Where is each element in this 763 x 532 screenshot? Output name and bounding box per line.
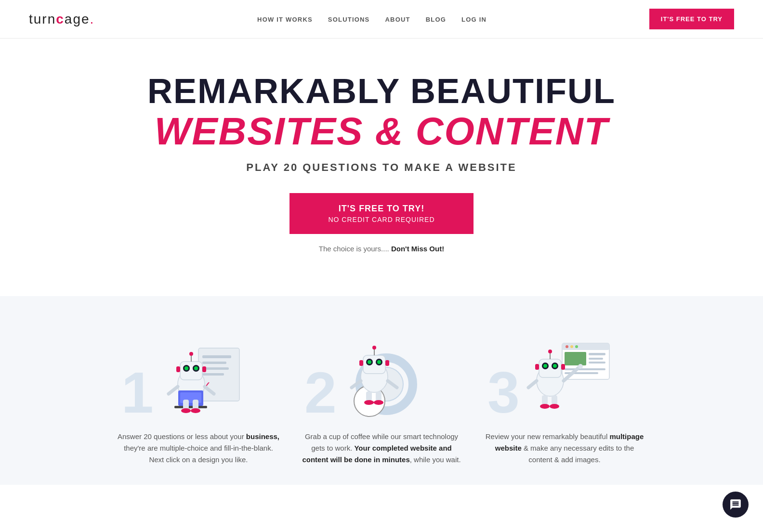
svg-rect-56 (589, 362, 605, 363)
svg-point-47 (374, 400, 383, 405)
step-3-text: Review your new remarkably beautiful mul… (483, 431, 646, 466)
hero-cta-button[interactable]: IT'S FREE TO TRY! NO CREDIT CARD REQUIRE… (289, 193, 473, 234)
svg-point-52 (575, 345, 578, 348)
robot-2-icon: 12 (333, 329, 430, 418)
svg-rect-7 (180, 362, 202, 380)
nav-cta-button[interactable]: IT'S FREE TO TRY (649, 9, 734, 29)
svg-rect-60 (539, 359, 561, 377)
svg-point-65 (543, 364, 547, 368)
step-2-illustration: 2 12 (300, 325, 463, 421)
step-2: 2 12 (300, 325, 463, 466)
svg-rect-67 (535, 364, 539, 370)
svg-rect-68 (561, 364, 565, 370)
svg-rect-44 (366, 391, 372, 401)
svg-point-35 (372, 346, 376, 350)
svg-point-23 (181, 408, 191, 413)
svg-point-38 (368, 360, 371, 364)
step-1-illustration: 1 ✓ (117, 325, 280, 421)
svg-rect-54 (589, 353, 605, 355)
logo-c: c (56, 12, 65, 26)
svg-rect-1 (202, 355, 231, 358)
hero-subtext: The choice is yours.... Don't Miss Out! (10, 245, 753, 253)
hero-subtext-bold: Don't Miss Out! (391, 245, 444, 253)
svg-point-51 (570, 345, 573, 348)
step-1-text: Answer 20 questions or less about your b… (117, 431, 280, 466)
nav-blog[interactable]: BLOG (426, 16, 446, 23)
nav-solutions[interactable]: SOLUTIONS (328, 16, 370, 23)
hero-cta-line2: NO CREDIT CARD REQUIRED (328, 216, 434, 223)
svg-line-71 (528, 381, 537, 388)
svg-rect-73 (552, 395, 557, 405)
svg-rect-72 (542, 395, 548, 405)
step-2-text: Grab a cup of coffee while our smart tec… (300, 431, 463, 466)
svg-point-62 (548, 350, 552, 353)
svg-point-13 (194, 366, 198, 370)
svg-rect-33 (363, 355, 385, 374)
svg-rect-2 (202, 362, 226, 364)
svg-point-39 (377, 360, 381, 364)
svg-rect-4 (202, 373, 224, 376)
steps-section: 1 ✓ (0, 296, 763, 485)
svg-rect-55 (589, 358, 603, 360)
robot-1-icon: ✓ (155, 329, 242, 418)
svg-point-9 (189, 352, 193, 356)
svg-point-74 (540, 404, 550, 409)
step-3-number: 3 (487, 363, 520, 421)
svg-rect-53 (565, 352, 586, 365)
hero-title-line2: WEBSITES & CONTENT (10, 110, 753, 153)
svg-rect-22 (193, 400, 198, 409)
svg-rect-3 (202, 367, 229, 370)
svg-line-19 (169, 387, 178, 394)
svg-point-24 (191, 408, 200, 413)
svg-point-12 (184, 366, 188, 370)
robot-3-icon (516, 329, 613, 418)
svg-point-50 (566, 345, 568, 348)
logo-dot: . (90, 12, 95, 26)
svg-rect-18 (174, 406, 207, 408)
logo-age: age (65, 12, 90, 26)
svg-rect-57 (565, 368, 605, 370)
svg-rect-45 (376, 391, 382, 401)
hero-title-line1: REMARKABLY BEAUTIFUL (10, 72, 753, 110)
svg-point-46 (364, 400, 374, 405)
hero-subtext-before: The choice is yours.... (319, 245, 389, 253)
hero-subtitle: PLAY 20 QUESTIONS TO MAKE A WEBSITE (10, 161, 753, 174)
logo-turn: turn (29, 12, 56, 26)
step-2-number: 2 (304, 363, 337, 421)
nav-about[interactable]: ABOUT (385, 16, 410, 23)
logo[interactable]: turncage. (29, 12, 94, 27)
svg-rect-41 (385, 360, 389, 366)
nav-how-it-works[interactable]: HOW IT WORKS (257, 16, 313, 23)
navbar: turncage. HOW IT WORKS SOLUTIONS ABOUT B… (0, 0, 763, 39)
hero-section: REMARKABLY BEAUTIFUL WEBSITES & CONTENT … (0, 39, 763, 267)
svg-rect-15 (202, 366, 206, 372)
step-3-illustration: 3 (483, 325, 646, 421)
svg-point-75 (550, 404, 559, 409)
step-1: 1 ✓ (117, 325, 280, 466)
svg-point-66 (553, 364, 557, 368)
svg-rect-14 (176, 366, 180, 372)
step-1-number: 1 (121, 363, 154, 421)
nav-links: HOW IT WORKS SOLUTIONS ABOUT BLOG LOG IN (257, 15, 487, 24)
svg-rect-49 (562, 343, 609, 350)
svg-rect-40 (359, 360, 363, 366)
svg-rect-21 (183, 400, 189, 409)
svg-point-70 (578, 364, 583, 369)
step-3: 3 (483, 325, 646, 466)
hero-cta-line1: IT'S FREE TO TRY! (328, 204, 434, 214)
nav-login[interactable]: LOG IN (461, 16, 487, 23)
